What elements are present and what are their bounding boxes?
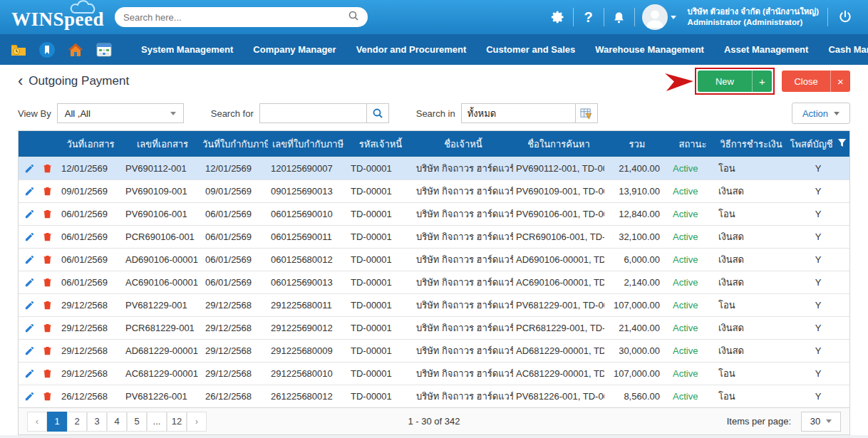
close-button[interactable]: Close × xyxy=(782,71,850,92)
pagination-page-4[interactable]: 4 xyxy=(107,412,127,432)
table-row[interactable]: 29/12/2568AD681229-0000129/12/2568291225… xyxy=(19,339,849,362)
column-header[interactable]: ชื่อเจ้าหนี้ xyxy=(413,137,513,152)
search-for-input[interactable] xyxy=(259,103,366,123)
bell-icon[interactable] xyxy=(604,6,634,28)
table-row[interactable]: 12/01/2569PV690112-00112/01/256912012569… xyxy=(19,157,849,179)
brand-logo[interactable]: WINSpeed xyxy=(10,0,106,34)
trash-icon[interactable] xyxy=(42,300,53,311)
pencil-icon[interactable] xyxy=(24,368,35,379)
close-button-label[interactable]: Close xyxy=(782,71,830,92)
table-row[interactable]: 29/12/2568PCR681229-00129/12/25682912256… xyxy=(19,316,849,339)
close-x-icon[interactable]: × xyxy=(830,71,850,92)
pencil-icon[interactable] xyxy=(24,209,35,219)
pagination-prev[interactable]: ‹ xyxy=(27,412,47,432)
new-button[interactable]: New + xyxy=(698,71,772,92)
table-row[interactable]: 06/01/2569PCR690106-00106/01/25690601256… xyxy=(19,225,849,248)
trash-icon[interactable] xyxy=(42,345,53,356)
cell-tax-date: 09/01/2569 xyxy=(202,186,268,197)
trash-icon[interactable] xyxy=(42,254,53,265)
calendar-icon[interactable] xyxy=(95,41,113,58)
back-chevron-icon[interactable]: ‹ xyxy=(18,73,23,89)
column-header[interactable]: รวม xyxy=(604,137,670,152)
question-icon[interactable]: ? xyxy=(574,6,604,28)
cell-total: 32,100.00 xyxy=(604,231,670,242)
trash-icon[interactable] xyxy=(42,323,53,333)
column-header[interactable]: ชื่อในการค้นหา xyxy=(513,137,604,152)
table-row[interactable]: 09/01/2569PV690109-00109/01/256909012569… xyxy=(19,179,849,202)
nav-item-cash-management[interactable]: Cash Management xyxy=(818,34,868,65)
gear-icon[interactable] xyxy=(543,6,573,28)
new-plus-icon[interactable]: + xyxy=(752,71,772,92)
funnel-icon[interactable] xyxy=(837,138,847,150)
action-dropdown-button[interactable]: Action xyxy=(792,103,850,124)
column-header[interactable]: วันที่ใบกำกับภาษี xyxy=(202,137,268,152)
pencil-icon[interactable] xyxy=(24,300,35,311)
pencil-icon[interactable] xyxy=(24,277,35,288)
cell-tax-no: 060125690013 xyxy=(268,277,348,288)
view-by-dropdown[interactable]: All ,All xyxy=(57,103,184,123)
items-per-page-select[interactable]: 30 xyxy=(801,412,841,432)
nav-item-company-manager[interactable]: Company Manager xyxy=(243,34,346,65)
new-button-label[interactable]: New xyxy=(698,71,752,92)
column-filter-icon[interactable] xyxy=(575,103,598,123)
pagination-page-12[interactable]: 12 xyxy=(167,412,187,432)
column-header[interactable]: วันที่เอกสาร xyxy=(58,137,123,152)
magnifier-icon[interactable] xyxy=(348,10,359,24)
column-header[interactable]: เลขที่เอกสาร xyxy=(123,137,202,152)
pencil-icon[interactable] xyxy=(24,345,35,356)
pagination-page-1[interactable]: 1 xyxy=(47,412,67,432)
nav-item-system-management[interactable]: System Management xyxy=(131,34,243,65)
trash-icon[interactable] xyxy=(42,391,53,402)
global-search[interactable] xyxy=(115,7,368,27)
items-per-page: Items per page: 30 xyxy=(727,412,841,432)
search-button[interactable] xyxy=(366,103,389,123)
history-folder-icon[interactable] xyxy=(10,41,27,58)
table-row[interactable]: 06/01/2569PV690106-00106/01/256906012569… xyxy=(19,202,849,225)
pagination-next[interactable]: › xyxy=(187,412,207,432)
trash-icon[interactable] xyxy=(42,231,53,242)
pencil-icon[interactable] xyxy=(24,163,35,174)
trash-icon[interactable] xyxy=(42,186,53,197)
power-icon[interactable] xyxy=(828,6,858,28)
table-row[interactable]: 06/01/2569AC690106-0000106/01/2569060125… xyxy=(19,271,849,293)
bookmark-icon[interactable] xyxy=(38,41,56,58)
user-menu[interactable] xyxy=(635,4,683,30)
cell-search-name: AC690106-00001, TD-00001 xyxy=(513,277,604,288)
cell-total: 2,140.00 xyxy=(604,277,670,288)
column-header[interactable]: รหัสเจ้าหนี้ xyxy=(348,137,413,152)
trash-icon[interactable] xyxy=(42,163,53,174)
cell-tax-date: 06/01/2569 xyxy=(202,277,268,288)
nav-item-customer-and-sales[interactable]: Customer and Sales xyxy=(476,34,585,65)
column-header[interactable]: โพสต์บัญชี xyxy=(787,137,849,152)
cell-date: 26/12/2568 xyxy=(58,391,123,402)
pagination-page-2[interactable]: 2 xyxy=(67,412,87,432)
trash-icon[interactable] xyxy=(42,209,53,219)
pagination-page-3[interactable]: 3 xyxy=(87,412,107,432)
pencil-icon[interactable] xyxy=(24,323,35,333)
table-row[interactable]: 26/12/2568PV681226-00126/12/256826122568… xyxy=(19,385,849,407)
column-header[interactable]: เลขที่ใบกำกับภาษี xyxy=(268,137,348,152)
user-role: Administrator (Administrator) xyxy=(688,18,803,26)
table-row[interactable]: 29/12/2568PV681229-00129/12/256829122568… xyxy=(19,293,849,316)
cell-payment: เงินสด xyxy=(715,343,787,358)
trash-icon[interactable] xyxy=(42,277,53,288)
pagination-page-5[interactable]: 5 xyxy=(127,412,147,432)
search-in-input[interactable] xyxy=(461,103,575,123)
column-header[interactable]: วิธีการชำระเงิน xyxy=(715,137,787,152)
trash-icon[interactable] xyxy=(42,368,53,379)
table-row[interactable]: 29/12/2568AC681229-0000129/12/2568291225… xyxy=(19,362,849,385)
global-search-input[interactable] xyxy=(123,12,348,23)
pencil-icon[interactable] xyxy=(24,231,35,242)
column-header[interactable]: สถานะ xyxy=(670,137,715,152)
home-icon[interactable] xyxy=(67,41,84,58)
pagination-ellipsis[interactable]: ... xyxy=(147,412,167,432)
nav-item-vendor-and-procurement[interactable]: Vendor and Procurement xyxy=(346,34,477,65)
table-row[interactable]: 06/01/2569AD690106-0000106/01/2569060125… xyxy=(19,248,849,271)
cell-doc-no: PV690112-001 xyxy=(123,163,202,174)
nav-item-asset-management[interactable]: Asset Management xyxy=(714,34,818,65)
cell-payment: โอน xyxy=(715,389,787,404)
pencil-icon[interactable] xyxy=(24,186,35,197)
nav-item-warehouse-management[interactable]: Warehouse Management xyxy=(585,34,714,65)
pencil-icon[interactable] xyxy=(24,391,35,402)
pencil-icon[interactable] xyxy=(24,254,35,265)
